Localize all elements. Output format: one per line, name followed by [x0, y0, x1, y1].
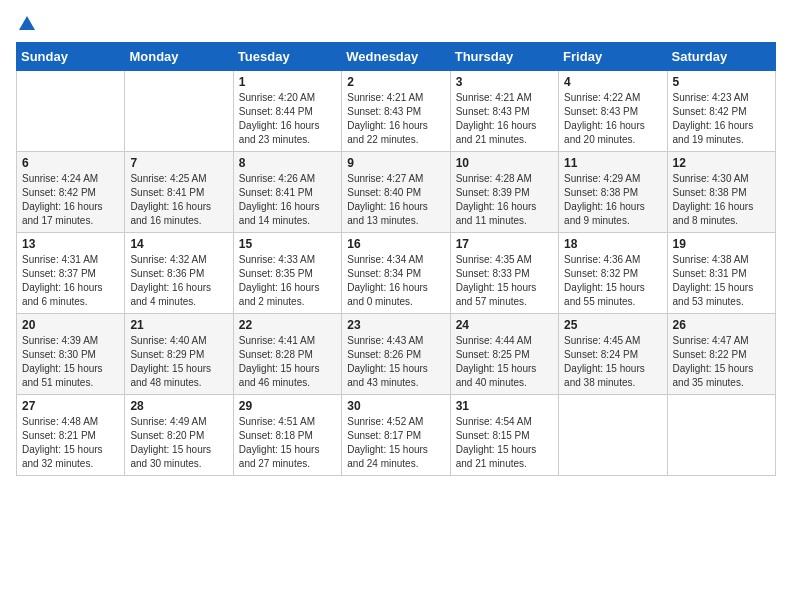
- day-info: Sunrise: 4:22 AM Sunset: 8:43 PM Dayligh…: [564, 91, 661, 147]
- sunrise: Sunrise: 4:48 AM: [22, 416, 98, 427]
- day-info: Sunrise: 4:30 AM Sunset: 8:38 PM Dayligh…: [673, 172, 770, 228]
- calendar-cell: [559, 395, 667, 476]
- daylight: Daylight: 16 hours and 6 minutes.: [22, 282, 103, 307]
- sunset: Sunset: 8:44 PM: [239, 106, 313, 117]
- day-info: Sunrise: 4:26 AM Sunset: 8:41 PM Dayligh…: [239, 172, 336, 228]
- day-info: Sunrise: 4:44 AM Sunset: 8:25 PM Dayligh…: [456, 334, 553, 390]
- sunset: Sunset: 8:22 PM: [673, 349, 747, 360]
- day-number: 11: [564, 156, 661, 170]
- sunrise: Sunrise: 4:35 AM: [456, 254, 532, 265]
- calendar-cell: 21 Sunrise: 4:40 AM Sunset: 8:29 PM Dayl…: [125, 314, 233, 395]
- sunrise: Sunrise: 4:52 AM: [347, 416, 423, 427]
- sunset: Sunset: 8:18 PM: [239, 430, 313, 441]
- calendar-header-thursday: Thursday: [450, 43, 558, 71]
- logo: [16, 16, 36, 32]
- daylight: Daylight: 15 hours and 57 minutes.: [456, 282, 537, 307]
- day-number: 5: [673, 75, 770, 89]
- day-number: 31: [456, 399, 553, 413]
- day-number: 30: [347, 399, 444, 413]
- sunrise: Sunrise: 4:24 AM: [22, 173, 98, 184]
- daylight: Daylight: 15 hours and 40 minutes.: [456, 363, 537, 388]
- daylight: Daylight: 15 hours and 53 minutes.: [673, 282, 754, 307]
- daylight: Daylight: 15 hours and 30 minutes.: [130, 444, 211, 469]
- day-info: Sunrise: 4:27 AM Sunset: 8:40 PM Dayligh…: [347, 172, 444, 228]
- day-info: Sunrise: 4:21 AM Sunset: 8:43 PM Dayligh…: [347, 91, 444, 147]
- day-number: 24: [456, 318, 553, 332]
- calendar-cell: 25 Sunrise: 4:45 AM Sunset: 8:24 PM Dayl…: [559, 314, 667, 395]
- calendar-cell: 9 Sunrise: 4:27 AM Sunset: 8:40 PM Dayli…: [342, 152, 450, 233]
- sunset: Sunset: 8:34 PM: [347, 268, 421, 279]
- daylight: Daylight: 16 hours and 0 minutes.: [347, 282, 428, 307]
- sunset: Sunset: 8:38 PM: [673, 187, 747, 198]
- calendar-cell: 5 Sunrise: 4:23 AM Sunset: 8:42 PM Dayli…: [667, 71, 775, 152]
- day-number: 21: [130, 318, 227, 332]
- calendar-cell: 15 Sunrise: 4:33 AM Sunset: 8:35 PM Dayl…: [233, 233, 341, 314]
- daylight: Daylight: 15 hours and 35 minutes.: [673, 363, 754, 388]
- daylight: Daylight: 15 hours and 27 minutes.: [239, 444, 320, 469]
- daylight: Daylight: 16 hours and 11 minutes.: [456, 201, 537, 226]
- sunrise: Sunrise: 4:21 AM: [347, 92, 423, 103]
- day-info: Sunrise: 4:45 AM Sunset: 8:24 PM Dayligh…: [564, 334, 661, 390]
- calendar-header-monday: Monday: [125, 43, 233, 71]
- calendar-table: SundayMondayTuesdayWednesdayThursdayFrid…: [16, 42, 776, 476]
- daylight: Daylight: 16 hours and 8 minutes.: [673, 201, 754, 226]
- daylight: Daylight: 15 hours and 24 minutes.: [347, 444, 428, 469]
- day-info: Sunrise: 4:35 AM Sunset: 8:33 PM Dayligh…: [456, 253, 553, 309]
- sunrise: Sunrise: 4:41 AM: [239, 335, 315, 346]
- sunrise: Sunrise: 4:49 AM: [130, 416, 206, 427]
- sunrise: Sunrise: 4:44 AM: [456, 335, 532, 346]
- day-info: Sunrise: 4:21 AM Sunset: 8:43 PM Dayligh…: [456, 91, 553, 147]
- calendar-cell: 29 Sunrise: 4:51 AM Sunset: 8:18 PM Dayl…: [233, 395, 341, 476]
- calendar-cell: [125, 71, 233, 152]
- day-number: 19: [673, 237, 770, 251]
- calendar-cell: 22 Sunrise: 4:41 AM Sunset: 8:28 PM Dayl…: [233, 314, 341, 395]
- daylight: Daylight: 15 hours and 46 minutes.: [239, 363, 320, 388]
- day-info: Sunrise: 4:34 AM Sunset: 8:34 PM Dayligh…: [347, 253, 444, 309]
- calendar-cell: 11 Sunrise: 4:29 AM Sunset: 8:38 PM Dayl…: [559, 152, 667, 233]
- calendar-cell: 19 Sunrise: 4:38 AM Sunset: 8:31 PM Dayl…: [667, 233, 775, 314]
- daylight: Daylight: 15 hours and 55 minutes.: [564, 282, 645, 307]
- sunset: Sunset: 8:43 PM: [564, 106, 638, 117]
- day-info: Sunrise: 4:49 AM Sunset: 8:20 PM Dayligh…: [130, 415, 227, 471]
- sunrise: Sunrise: 4:30 AM: [673, 173, 749, 184]
- sunset: Sunset: 8:28 PM: [239, 349, 313, 360]
- day-number: 28: [130, 399, 227, 413]
- sunset: Sunset: 8:17 PM: [347, 430, 421, 441]
- day-number: 16: [347, 237, 444, 251]
- daylight: Daylight: 16 hours and 16 minutes.: [130, 201, 211, 226]
- daylight: Daylight: 16 hours and 21 minutes.: [456, 120, 537, 145]
- sunrise: Sunrise: 4:21 AM: [456, 92, 532, 103]
- day-info: Sunrise: 4:31 AM Sunset: 8:37 PM Dayligh…: [22, 253, 119, 309]
- sunset: Sunset: 8:41 PM: [239, 187, 313, 198]
- day-info: Sunrise: 4:43 AM Sunset: 8:26 PM Dayligh…: [347, 334, 444, 390]
- sunrise: Sunrise: 4:36 AM: [564, 254, 640, 265]
- calendar-cell: 23 Sunrise: 4:43 AM Sunset: 8:26 PM Dayl…: [342, 314, 450, 395]
- sunset: Sunset: 8:21 PM: [22, 430, 96, 441]
- day-number: 18: [564, 237, 661, 251]
- day-info: Sunrise: 4:41 AM Sunset: 8:28 PM Dayligh…: [239, 334, 336, 390]
- sunrise: Sunrise: 4:43 AM: [347, 335, 423, 346]
- day-info: Sunrise: 4:24 AM Sunset: 8:42 PM Dayligh…: [22, 172, 119, 228]
- calendar-cell: 28 Sunrise: 4:49 AM Sunset: 8:20 PM Dayl…: [125, 395, 233, 476]
- day-number: 1: [239, 75, 336, 89]
- calendar-header-wednesday: Wednesday: [342, 43, 450, 71]
- daylight: Daylight: 16 hours and 17 minutes.: [22, 201, 103, 226]
- day-number: 4: [564, 75, 661, 89]
- sunrise: Sunrise: 4:25 AM: [130, 173, 206, 184]
- sunset: Sunset: 8:32 PM: [564, 268, 638, 279]
- day-info: Sunrise: 4:54 AM Sunset: 8:15 PM Dayligh…: [456, 415, 553, 471]
- sunrise: Sunrise: 4:45 AM: [564, 335, 640, 346]
- calendar-cell: 14 Sunrise: 4:32 AM Sunset: 8:36 PM Dayl…: [125, 233, 233, 314]
- day-info: Sunrise: 4:29 AM Sunset: 8:38 PM Dayligh…: [564, 172, 661, 228]
- sunset: Sunset: 8:37 PM: [22, 268, 96, 279]
- calendar-cell: 4 Sunrise: 4:22 AM Sunset: 8:43 PM Dayli…: [559, 71, 667, 152]
- daylight: Daylight: 15 hours and 32 minutes.: [22, 444, 103, 469]
- sunrise: Sunrise: 4:27 AM: [347, 173, 423, 184]
- daylight: Daylight: 16 hours and 23 minutes.: [239, 120, 320, 145]
- day-number: 2: [347, 75, 444, 89]
- calendar-cell: 6 Sunrise: 4:24 AM Sunset: 8:42 PM Dayli…: [17, 152, 125, 233]
- calendar-header-sunday: Sunday: [17, 43, 125, 71]
- calendar-week-row: 1 Sunrise: 4:20 AM Sunset: 8:44 PM Dayli…: [17, 71, 776, 152]
- day-info: Sunrise: 4:32 AM Sunset: 8:36 PM Dayligh…: [130, 253, 227, 309]
- sunset: Sunset: 8:30 PM: [22, 349, 96, 360]
